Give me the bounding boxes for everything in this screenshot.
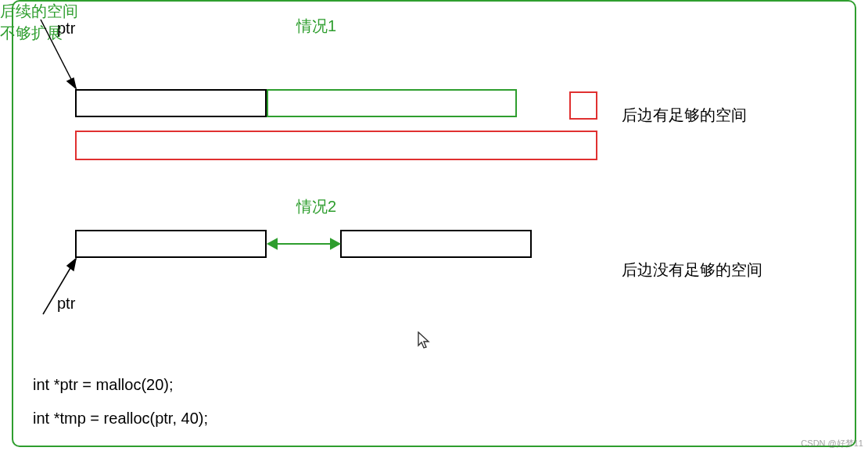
adjacent-block-case2 bbox=[340, 230, 532, 258]
code-line-1: int *ptr = malloc(20); bbox=[33, 376, 174, 394]
next-block-marker bbox=[569, 91, 597, 120]
case1-right-caption: 后边有足够的空间 bbox=[622, 105, 747, 126]
original-block-case1 bbox=[75, 89, 267, 117]
case2-title: 情况2 bbox=[296, 196, 336, 217]
case1-title: 情况1 bbox=[296, 16, 336, 37]
code-line-2: int *tmp = realloc(ptr, 40); bbox=[33, 410, 208, 428]
resulting-block-case1 bbox=[75, 131, 597, 160]
extension-block-case1 bbox=[267, 89, 517, 117]
cursor-icon bbox=[418, 331, 432, 350]
ptr-label-case1: ptr bbox=[57, 20, 75, 38]
original-block-case2 bbox=[75, 230, 267, 258]
case2-right-caption: 后边没有足够的空间 bbox=[622, 260, 762, 281]
watermark-text: CSDN @好梦11 bbox=[801, 438, 863, 449]
ptr-label-case2: ptr bbox=[57, 295, 75, 313]
